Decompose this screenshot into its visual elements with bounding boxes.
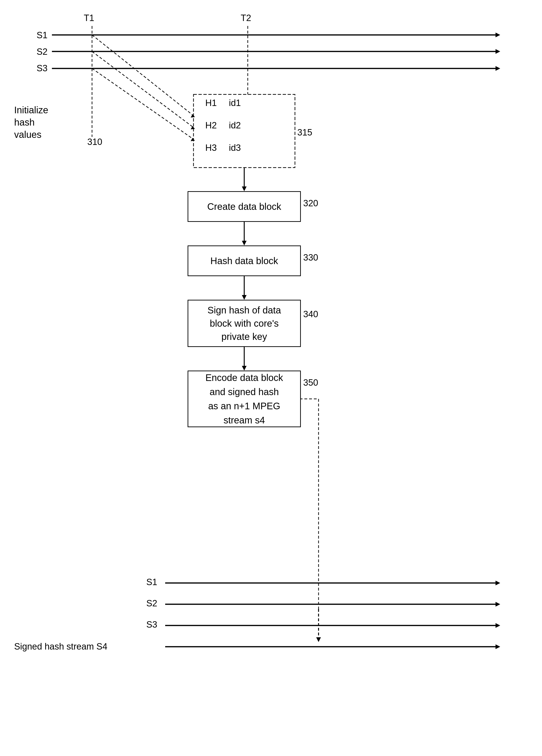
H2-label: H2 [205, 120, 217, 131]
ref-315: 315 [297, 127, 312, 138]
ref-340: 340 [303, 309, 318, 319]
S1-bot-label: S1 [146, 577, 157, 587]
svg-marker-16 [242, 186, 247, 191]
S3-bot-label: S3 [146, 620, 157, 630]
T2-label: T2 [241, 13, 251, 23]
S2-top-label: S2 [37, 47, 47, 57]
ref-320: 320 [303, 198, 318, 208]
svg-line-11 [92, 51, 193, 127]
svg-marker-1 [496, 33, 500, 37]
svg-marker-14 [191, 138, 195, 141]
svg-line-9 [92, 35, 193, 116]
ref-350: 350 [303, 378, 318, 388]
svg-marker-10 [191, 114, 195, 118]
svg-marker-30 [496, 602, 500, 607]
id2-label: id2 [229, 120, 241, 131]
svg-marker-32 [496, 623, 500, 628]
sign-hash-box: Sign hash of datablock with core'sprivat… [188, 300, 301, 347]
S1-top-label: S1 [37, 30, 47, 40]
id1-label: id1 [229, 98, 241, 108]
encode-data-block-box: Encode data blockand signed hashas an n+… [188, 371, 301, 427]
H1-label: H1 [205, 98, 217, 108]
init-hash-label: Initializehashvalues [14, 104, 48, 141]
svg-marker-18 [242, 241, 247, 245]
create-data-block-box: Create data block [188, 191, 301, 222]
diagram: T1 T2 S1 S2 S3 Initializehashvalues 310 … [0, 0, 542, 756]
hash-data-block-box: Hash data block [188, 245, 301, 276]
svg-line-13 [92, 68, 193, 139]
signed-hash-stream-label: Signed hash stream S4 [14, 642, 107, 652]
svg-marker-3 [496, 49, 500, 54]
T1-label: T1 [84, 13, 94, 23]
H3-label: H3 [205, 143, 217, 153]
svg-marker-22 [242, 366, 247, 371]
svg-marker-20 [242, 295, 247, 300]
svg-marker-5 [496, 66, 500, 71]
svg-marker-34 [496, 644, 500, 649]
ref-310: 310 [87, 137, 102, 147]
svg-marker-26 [316, 637, 321, 642]
S2-bot-label: S2 [146, 598, 157, 608]
svg-marker-28 [496, 581, 500, 585]
S3-top-label: S3 [37, 63, 47, 73]
ref-330: 330 [303, 253, 318, 263]
svg-marker-12 [191, 126, 195, 129]
id3-label: id3 [229, 143, 241, 153]
